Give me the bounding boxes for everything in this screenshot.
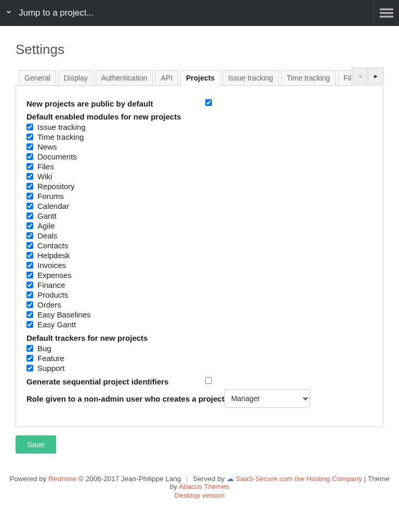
tracker-checkbox[interactable] bbox=[26, 365, 33, 371]
tab-files[interactable]: Files bbox=[338, 70, 352, 86]
module-label: Expenses bbox=[37, 271, 72, 280]
module-checkbox[interactable] bbox=[26, 203, 33, 209]
label-sequential: Generate sequential project identifiers bbox=[26, 377, 205, 386]
tab-api[interactable]: API bbox=[155, 70, 178, 86]
tab-issue-tracking[interactable]: Issue tracking bbox=[222, 70, 278, 86]
row-sequential: Generate sequential project identifiers bbox=[26, 377, 373, 386]
footer-powered-by: Powered by bbox=[9, 475, 48, 483]
module-checkbox[interactable] bbox=[26, 222, 33, 229]
module-checkbox[interactable] bbox=[26, 173, 33, 180]
menu-button[interactable] bbox=[373, 0, 399, 26]
module-checkbox[interactable] bbox=[26, 242, 33, 249]
module-checkbox[interactable] bbox=[26, 193, 33, 200]
checkbox-public-default[interactable] bbox=[205, 99, 212, 106]
label-role: Role given to a non-admin user who creat… bbox=[26, 394, 224, 403]
module-checkbox[interactable] bbox=[26, 163, 33, 170]
module-checkbox[interactable] bbox=[26, 291, 33, 298]
module-label: Forums bbox=[37, 192, 64, 201]
tab-scrollers: ◂ ▸ bbox=[351, 68, 383, 84]
module-label: Invoices bbox=[37, 261, 66, 270]
module-item: Agile bbox=[26, 221, 373, 231]
module-item: Orders bbox=[26, 300, 373, 310]
module-item: Expenses bbox=[26, 270, 373, 280]
tab-scroll-right[interactable]: ▸ bbox=[368, 68, 383, 84]
module-item: Easy Baselines bbox=[26, 310, 373, 320]
module-checkbox[interactable] bbox=[26, 232, 33, 239]
module-label: Documents bbox=[37, 152, 77, 161]
module-item: News bbox=[26, 142, 373, 152]
module-item: Issue tracking bbox=[26, 122, 373, 132]
tab-general[interactable]: General bbox=[19, 70, 56, 86]
module-checkbox[interactable] bbox=[26, 252, 33, 259]
tab-time-tracking[interactable]: Time tracking bbox=[281, 70, 336, 86]
module-label: Time tracking bbox=[37, 132, 84, 141]
module-item: Files bbox=[26, 162, 373, 171]
module-checkbox[interactable] bbox=[26, 272, 33, 278]
checkbox-sequential[interactable] bbox=[205, 377, 212, 384]
module-label: Easy Gantt bbox=[37, 320, 76, 329]
label-public-default: New projects are public by default bbox=[26, 99, 205, 108]
heading-modules: Default enabled modules for new projects bbox=[26, 112, 373, 121]
tracker-checkbox[interactable] bbox=[26, 345, 33, 352]
module-checkbox[interactable] bbox=[26, 262, 33, 269]
module-checkbox[interactable] bbox=[26, 321, 33, 328]
tabs: GeneralDisplayAuthenticationAPIProjectsI… bbox=[16, 70, 383, 86]
svg-rect-1 bbox=[380, 12, 393, 14]
row-public-default: New projects are public by default bbox=[26, 99, 373, 108]
module-item: Helpdesk bbox=[26, 250, 373, 260]
heading-trackers: Default trackers for new projects bbox=[26, 334, 373, 342]
tracker-item: Bug bbox=[26, 343, 373, 353]
module-item: Easy Gantt bbox=[26, 320, 373, 329]
select-role[interactable]: Manager bbox=[224, 389, 310, 408]
module-label: Helpdesk bbox=[37, 251, 70, 260]
module-label: Gantt bbox=[37, 211, 57, 220]
module-item: Calendar bbox=[26, 201, 373, 211]
tracker-label: Bug bbox=[37, 344, 51, 353]
tab-projects[interactable]: Projects bbox=[180, 70, 220, 86]
footer-served-by: Served by bbox=[193, 475, 227, 483]
module-label: Repository bbox=[37, 182, 75, 191]
footer: Powered by Redmine © 2006-2017 Jean-Phil… bbox=[0, 464, 399, 515]
tracker-item: Support bbox=[26, 363, 373, 373]
module-item: Repository bbox=[26, 181, 373, 191]
tab-scroll-left[interactable]: ◂ bbox=[352, 68, 367, 84]
save-button[interactable]: Save bbox=[16, 435, 56, 454]
tracker-label: Feature bbox=[37, 354, 64, 363]
caret-left-icon: ◂ bbox=[358, 72, 362, 80]
link-host[interactable]: SaaS-Secure.com the Hosting Company bbox=[236, 475, 362, 483]
module-item: Finance bbox=[26, 280, 373, 290]
module-checkbox[interactable] bbox=[26, 282, 33, 288]
module-label: Easy Baselines bbox=[37, 310, 91, 319]
chevron-down-icon bbox=[5, 8, 12, 18]
module-checkbox[interactable] bbox=[26, 153, 33, 160]
tracker-item: Feature bbox=[26, 353, 373, 363]
page-title: Settings bbox=[16, 42, 383, 58]
link-redmine[interactable]: Redmine bbox=[48, 475, 76, 483]
module-label: Finance bbox=[37, 281, 65, 289]
module-checkbox[interactable] bbox=[26, 311, 33, 318]
module-item: Products bbox=[26, 290, 373, 300]
module-checkbox[interactable] bbox=[26, 134, 33, 140]
module-checkbox[interactable] bbox=[26, 143, 33, 150]
module-checkbox[interactable] bbox=[26, 124, 33, 130]
module-item: Forums bbox=[26, 191, 373, 201]
module-label: Wiki bbox=[37, 172, 52, 181]
module-label: Deals bbox=[37, 231, 57, 240]
module-label: Contacts bbox=[37, 241, 68, 250]
link-desktop-version[interactable]: Desktop version bbox=[175, 491, 225, 499]
tracker-checkbox[interactable] bbox=[26, 355, 33, 362]
tab-authentication[interactable]: Authentication bbox=[96, 70, 153, 86]
module-item: Invoices bbox=[26, 260, 373, 270]
module-checkbox[interactable] bbox=[26, 212, 33, 219]
hamburger-icon bbox=[380, 6, 393, 20]
module-checkbox[interactable] bbox=[26, 301, 33, 308]
footer-line1: Powered by Redmine © 2006-2017 Jean-Phil… bbox=[5, 474, 394, 490]
module-item: Gantt bbox=[26, 211, 373, 221]
top-bar: Jump to a project... bbox=[0, 0, 399, 26]
module-item: Documents bbox=[26, 152, 373, 162]
modules-list: Issue trackingTime trackingNewsDocuments… bbox=[26, 122, 373, 329]
tab-display[interactable]: Display bbox=[58, 70, 94, 86]
link-theme[interactable]: Abacus Themes bbox=[179, 483, 229, 490]
module-checkbox[interactable] bbox=[26, 183, 33, 190]
jump-to-project[interactable]: Jump to a project... bbox=[5, 8, 94, 18]
